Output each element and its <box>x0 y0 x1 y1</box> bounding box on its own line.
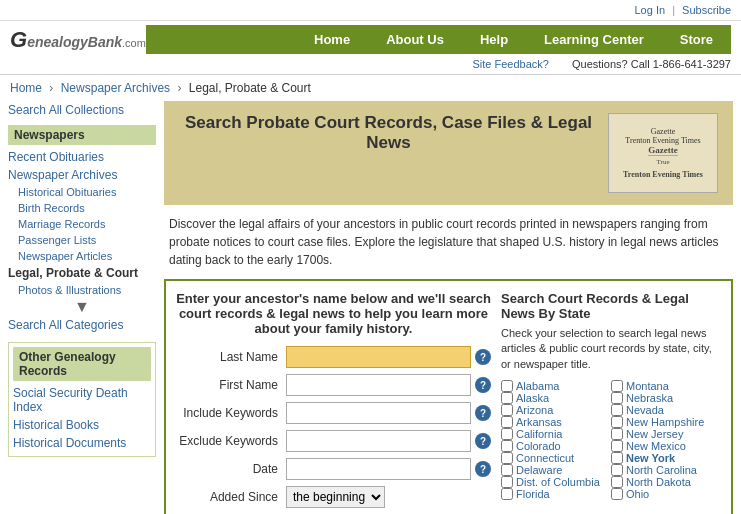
hero-text: Search Probate Court Records, Case Files… <box>179 113 598 161</box>
login-link[interactable]: Log In <box>635 4 666 16</box>
breadcrumb-sep2: › <box>177 81 181 95</box>
state-checkbox-newmexico[interactable] <box>611 440 623 452</box>
content-area: Search Probate Court Records, Case Files… <box>164 101 733 514</box>
hero-section: Search Probate Court Records, Case Files… <box>164 101 733 205</box>
state-item-northdakota: North Dakota <box>611 476 721 488</box>
state-checkbox-ohio[interactable] <box>611 488 623 500</box>
state-checkbox-florida[interactable] <box>501 488 513 500</box>
phone-text: Questions? Call 1-866-641-3297 <box>572 58 731 70</box>
state-checkbox-arizona[interactable] <box>501 404 513 416</box>
sidebar-newspaper-archives[interactable]: Newspaper Archives <box>8 166 156 184</box>
first-name-help-icon[interactable]: ? <box>475 377 491 393</box>
nav-learning[interactable]: Learning Center <box>526 25 662 54</box>
state-link-dc[interactable]: Dist. of Columbia <box>516 476 600 488</box>
state-item-arizona: Arizona <box>501 404 611 416</box>
state-checkbox-connecticut[interactable] <box>501 452 513 464</box>
sidebar-historical-obits[interactable]: Historical Obituaries <box>8 184 156 200</box>
sidebar-recent-obits[interactable]: Recent Obituaries <box>8 148 156 166</box>
last-name-input[interactable] <box>286 346 471 368</box>
state-checkbox-newjersey[interactable] <box>611 428 623 440</box>
state-link-florida[interactable]: Florida <box>516 488 550 500</box>
keywords-help-icon[interactable]: ? <box>475 405 491 421</box>
nav-store[interactable]: Store <box>662 25 731 54</box>
state-item-alaska: Alaska <box>501 392 611 404</box>
state-link-california[interactable]: California <box>516 428 562 440</box>
exclude-row: Exclude Keywords ? <box>176 430 491 452</box>
sidebar-newspapers-title: Newspapers <box>8 125 156 145</box>
state-checkbox-colorado[interactable] <box>501 440 513 452</box>
hero-image: Gazette True Trenton Evening Times <box>608 113 718 193</box>
state-link-northdakota[interactable]: North Dakota <box>626 476 691 488</box>
state-link-alaska[interactable]: Alaska <box>516 392 549 404</box>
nav-about[interactable]: About Us <box>368 25 462 54</box>
sidebar-legal-current: Legal, Probate & Court <box>8 264 156 282</box>
state-link-newhampshire[interactable]: New Hampshire <box>626 416 704 428</box>
exclude-input[interactable] <box>286 430 471 452</box>
first-name-label: First Name <box>176 378 286 392</box>
state-link-northcarolina[interactable]: North Carolina <box>626 464 697 476</box>
state-link-nevada[interactable]: Nevada <box>626 404 664 416</box>
nav-help[interactable]: Help <box>462 25 526 54</box>
sidebar-passenger-lists[interactable]: Passenger Lists <box>8 232 156 248</box>
search-state-section: Enter your ancestor's name below and we'… <box>164 279 733 514</box>
state-checkbox-alabama[interactable] <box>501 380 513 392</box>
state-link-arkansas[interactable]: Arkansas <box>516 416 562 428</box>
sidebar-newspaper-articles[interactable]: Newspaper Articles <box>8 248 156 264</box>
date-input[interactable] <box>286 458 471 480</box>
keywords-label: Include Keywords <box>176 406 286 420</box>
sidebar-search-all[interactable]: Search All Collections <box>8 101 156 119</box>
state-link-connecticut[interactable]: Connecticut <box>516 452 574 464</box>
state-link-newyork[interactable]: New York <box>626 452 675 464</box>
breadcrumb: Home › Newspaper Archives › Legal, Proba… <box>0 75 741 101</box>
state-checkbox-northcarolina[interactable] <box>611 464 623 476</box>
hero-title: Search Probate Court Records, Case Files… <box>179 113 598 153</box>
breadcrumb-archives[interactable]: Newspaper Archives <box>61 81 170 95</box>
exclude-help-icon[interactable]: ? <box>475 433 491 449</box>
sidebar-photos[interactable]: Photos & Illustrations <box>8 282 156 298</box>
state-link-ohio[interactable]: Ohio <box>626 488 649 500</box>
last-name-help-icon[interactable]: ? <box>475 349 491 365</box>
sidebar-marriage-records[interactable]: Marriage Records <box>8 216 156 232</box>
sidebar-search-all-cats[interactable]: Search All Categories <box>8 316 156 334</box>
breadcrumb-sep1: › <box>49 81 53 95</box>
sidebar-birth-records[interactable]: Birth Records <box>8 200 156 216</box>
first-name-input[interactable] <box>286 374 471 396</box>
state-checkbox-nevada[interactable] <box>611 404 623 416</box>
state-link-delaware[interactable]: Delaware <box>516 464 562 476</box>
state-checkbox-newyork[interactable] <box>611 452 623 464</box>
state-checkbox-northdakota[interactable] <box>611 476 623 488</box>
logo[interactable]: GenealogyBank.com <box>10 27 146 53</box>
state-item-northcarolina: North Carolina <box>611 464 721 476</box>
keywords-input[interactable] <box>286 402 471 424</box>
state-link-newjersey[interactable]: New Jersey <box>626 428 683 440</box>
state-link-montana[interactable]: Montana <box>626 380 669 392</box>
state-link-arizona[interactable]: Arizona <box>516 404 553 416</box>
state-item-nevada: Nevada <box>611 404 721 416</box>
state-checkbox-arkansas[interactable] <box>501 416 513 428</box>
nav-home[interactable]: Home <box>296 25 368 54</box>
sidebar-historical-docs[interactable]: Historical Documents <box>13 434 151 452</box>
state-checkbox-delaware[interactable] <box>501 464 513 476</box>
state-checkbox-dc[interactable] <box>501 476 513 488</box>
state-checkbox-newhampshire[interactable] <box>611 416 623 428</box>
header-right: Home About Us Help Learning Center Store <box>146 25 731 54</box>
state-link-alabama[interactable]: Alabama <box>516 380 559 392</box>
sidebar-historical-books[interactable]: Historical Books <box>13 416 151 434</box>
sidebar-social-security[interactable]: Social Security Death Index <box>13 384 151 416</box>
added-since-select[interactable]: the beginning <box>286 486 385 508</box>
date-help-icon[interactable]: ? <box>475 461 491 477</box>
state-item-ohio: Ohio <box>611 488 721 500</box>
state-link-newmexico[interactable]: New Mexico <box>626 440 686 452</box>
state-checkbox-nebraska[interactable] <box>611 392 623 404</box>
state-checkbox-montana[interactable] <box>611 380 623 392</box>
main-layout: Search All Collections Newspapers Recent… <box>0 101 741 514</box>
state-checkbox-alaska[interactable] <box>501 392 513 404</box>
state-link-colorado[interactable]: Colorado <box>516 440 561 452</box>
date-label: Date <box>176 462 286 476</box>
subscribe-link[interactable]: Subscribe <box>682 4 731 16</box>
site-feedback-link[interactable]: Site Feedback? <box>473 58 549 70</box>
last-name-label: Last Name <box>176 350 286 364</box>
state-checkbox-california[interactable] <box>501 428 513 440</box>
state-link-nebraska[interactable]: Nebraska <box>626 392 673 404</box>
breadcrumb-home[interactable]: Home <box>10 81 42 95</box>
